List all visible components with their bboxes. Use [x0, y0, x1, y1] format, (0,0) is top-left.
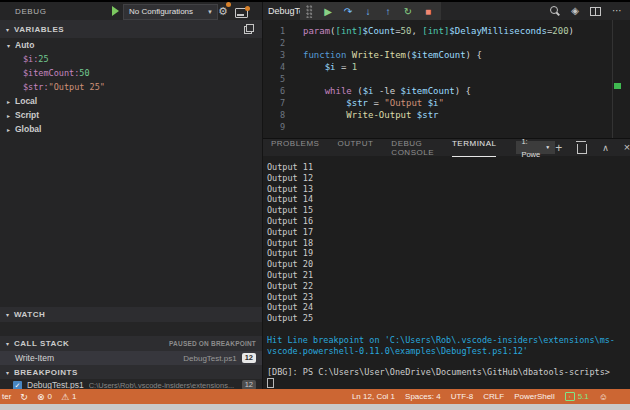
code-line	[303, 121, 630, 133]
variables-section-header[interactable]: ▾ VARIABLES	[0, 20, 262, 38]
debug-console-icon[interactable]	[235, 8, 248, 18]
collapse-all-icon[interactable]	[244, 24, 254, 34]
status-item-spaces-4[interactable]: Spaces: 4	[405, 392, 441, 401]
terminal-cursor	[267, 378, 274, 388]
powershell-version[interactable]: › 5.1	[565, 392, 589, 401]
terminal-line	[267, 356, 630, 367]
code-token: while	[325, 86, 352, 96]
panel-tab-debug-console[interactable]: DEBUG CONSOLE	[391, 139, 434, 157]
panel-tab-terminal[interactable]: TERMINAL	[452, 139, 496, 157]
code-editor[interactable]: 123456789 param([int]$Count=50, [int]$De…	[263, 20, 630, 138]
variables-group-global[interactable]: ▸Global	[0, 122, 262, 136]
line-number: 4	[263, 61, 285, 73]
code-line: while ($i -le $itemCount) {	[303, 85, 630, 97]
terminal-view[interactable]: Output 11Output 12Output 13Output 14Outp…	[263, 156, 630, 389]
terminal-line: vscode.powershell-0.11.0\examples\DebugT…	[267, 346, 630, 357]
tree-collapsed-icon: ▸	[7, 126, 15, 133]
frame-file-name: DebugTest.ps1	[183, 354, 236, 363]
step-into-icon[interactable]: ↓	[358, 6, 378, 17]
code-token: [int]	[336, 26, 363, 36]
code-token: $i	[325, 62, 336, 72]
variable-row[interactable]: $str: "Output 25"	[0, 80, 262, 94]
status-bar-right: Ln 12, Col 1Spaces: 4UTF-8CRLFPowerShell…	[352, 392, 630, 402]
code-token: "	[439, 98, 444, 108]
vscode-window: DEBUG No Configurations ▼ ⚙ ▾ VARIABLES …	[0, 0, 630, 410]
line-number: 2	[263, 37, 285, 49]
terminal-select[interactable]: 1: Powe ▼	[516, 141, 555, 154]
status-item-ln-12-col-1[interactable]: Ln 12, Col 1	[352, 392, 395, 401]
section-expand-icon: ▾	[6, 311, 14, 318]
variables-group-script[interactable]: ▸Script	[0, 108, 262, 122]
warning-count[interactable]: ⚠ 1	[61, 392, 77, 402]
code-token: Write-Output	[346, 110, 411, 120]
code-token: $i	[363, 86, 374, 96]
step-over-icon[interactable]: ↷	[338, 6, 358, 17]
code-line: $i = 1	[303, 61, 630, 73]
watch-title: WATCH	[14, 310, 45, 319]
split-editor-icon[interactable]	[590, 7, 601, 16]
open-preview-icon[interactable]	[549, 6, 560, 17]
callstack-frame-row[interactable]: Write-Item DebugTest.ps1 12	[0, 351, 262, 365]
code-token: 1	[352, 62, 357, 72]
open-changes-icon[interactable]: ◈	[571, 5, 579, 17]
code-token: $itemCount	[411, 50, 465, 60]
terminal-line: Hit Line breakpoint on 'C:\Users\Rob\.vs…	[267, 335, 630, 346]
status-item-crlf[interactable]: CRLF	[483, 392, 504, 401]
code-token: =	[336, 62, 352, 72]
terminal-line: Output 15	[267, 205, 630, 216]
editor-scrollbar[interactable]	[612, 20, 613, 138]
editor-tab-bar: DebugTe ▶ ↷ ↓ ↑ ↻ ■ ◈ ⋯	[263, 2, 630, 20]
bottom-panel: PROBLEMSOUTPUTDEBUG CONSOLETERMINAL 1: P…	[263, 138, 630, 389]
error-count[interactable]: ⊗ 0	[37, 392, 52, 402]
variable-row[interactable]: $itemCount: 50	[0, 66, 262, 80]
warning-icon: ⚠	[61, 392, 69, 402]
debug-sidebar: DEBUG No Configurations ▼ ⚙ ▾ VARIABLES …	[0, 2, 262, 389]
tree-collapsed-icon: ▸	[7, 112, 15, 119]
breakpoints-section-header[interactable]: ▾ BREAKPOINTS	[0, 365, 262, 379]
restart-icon[interactable]: ↻	[398, 6, 418, 17]
watch-section-header[interactable]: ▾ WATCH	[0, 307, 262, 322]
branch-label-partial[interactable]: ter	[2, 392, 11, 401]
line-number: 7	[263, 97, 285, 109]
variables-group-local[interactable]: ▸Local	[0, 94, 262, 108]
code-token: ) {	[466, 50, 482, 60]
debug-configurations-dropdown[interactable]: No Configurations ▼	[123, 4, 218, 20]
dropdown-caret-icon: ▼	[207, 5, 213, 19]
kill-terminal-icon[interactable]	[577, 144, 587, 154]
close-panel-icon[interactable]: ×	[624, 142, 630, 153]
toolbar-drag-grip-icon[interactable]	[306, 5, 313, 18]
code-token	[303, 86, 325, 96]
paused-on-breakpoint-label: PAUSED ON BREAKPOINT	[169, 340, 256, 347]
stop-icon[interactable]: ■	[418, 6, 438, 17]
step-out-icon[interactable]: ↑	[378, 6, 398, 17]
status-item-utf-8[interactable]: UTF-8	[451, 392, 474, 401]
feedback-smiley-icon[interactable]: ☺	[599, 392, 608, 402]
line-number: 9	[263, 121, 285, 133]
terminal-line: Output 23	[267, 292, 630, 303]
panel-tab-bar: PROBLEMSOUTPUTDEBUG CONSOLETERMINAL 1: P…	[263, 139, 630, 156]
callstack-title: CALL STACK	[14, 339, 69, 348]
continue-icon[interactable]: ▶	[318, 6, 338, 17]
variables-group-auto[interactable]: ▾Auto	[0, 38, 262, 52]
code-token: (	[352, 86, 363, 96]
error-icon: ⊗	[37, 392, 45, 402]
terminal-output: Output 11Output 12Output 13Output 14Outp…	[267, 162, 630, 389]
editor-tab-debugtest[interactable]: DebugTe	[268, 6, 304, 16]
variable-value: 25	[38, 54, 48, 64]
start-debug-icon[interactable]	[112, 6, 119, 16]
sync-icon[interactable]: ↻	[20, 392, 28, 402]
variable-name: $itemCount:	[23, 68, 79, 78]
variable-row[interactable]: $i: 25	[0, 52, 262, 66]
new-terminal-icon[interactable]: +	[555, 142, 562, 154]
callstack-section-header[interactable]: ▾ CALL STACK PAUSED ON BREAKPOINT	[0, 336, 262, 351]
configure-gear-icon[interactable]: ⚙	[218, 5, 228, 17]
code-token	[303, 62, 325, 72]
code-token: $str	[346, 98, 368, 108]
variable-name: $i:	[23, 54, 38, 64]
panel-tab-problems[interactable]: PROBLEMS	[271, 139, 319, 157]
panel-tab-output[interactable]: OUTPUT	[337, 139, 373, 157]
maximize-panel-icon[interactable]: ∧	[602, 143, 609, 153]
overview-ruler-marker	[614, 83, 621, 89]
status-item-powershell[interactable]: PowerShell	[514, 392, 554, 401]
more-actions-icon[interactable]: ⋯	[612, 5, 622, 17]
